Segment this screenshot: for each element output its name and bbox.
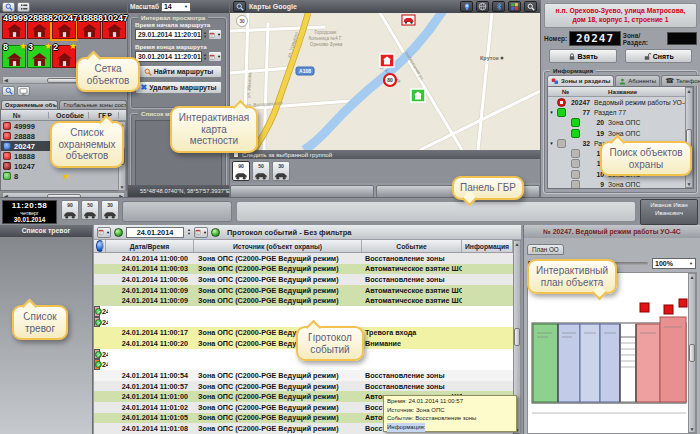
object-list-row[interactable]: 8 ★ (1, 171, 126, 181)
operator-button[interactable]: Иванов Иван Иванович (640, 199, 698, 225)
search-button[interactable] (2, 2, 15, 12)
map-marker-vehicle[interactable] (402, 15, 415, 25)
object-tile[interactable]: 3 ★ (27, 45, 51, 68)
object-number-display[interactable]: 20247 (569, 31, 621, 46)
map-marker-alarm-object[interactable] (380, 54, 394, 67)
event-row[interactable]: ✓ 24.01.2014 11:00:00 Зона ОПС (С2000-PG… (94, 253, 521, 264)
map-marker-armed-object[interactable] (411, 89, 425, 102)
ack-check-icon: ✓ (95, 319, 102, 326)
event-row[interactable]: ✓ 24.01.2014 11:00:09 Зона ОПС (С2000-PG… (94, 296, 521, 307)
gbr-vehicle-button[interactable]: 90 (61, 200, 79, 220)
find-routes-button[interactable]: Найти маршруты (135, 65, 222, 78)
lock-icon (568, 52, 576, 61)
scale-select[interactable]: 14▼ (161, 2, 191, 12)
event-date-input[interactable]: 24.01.2014 (126, 227, 184, 238)
tree-row[interactable]: ▾ 77 Раздел 77 (548, 107, 693, 117)
expander-icon[interactable]: ▾ (548, 109, 555, 115)
end-calendar-button[interactable]: ▼ (208, 51, 222, 62)
filter-calendar-button[interactable]: ▼ (97, 227, 111, 238)
star-icon: ★ (44, 41, 52, 51)
object-tile[interactable]: 10247 ★ (102, 16, 126, 39)
gbr-vehicle-button[interactable]: 90 (232, 161, 250, 181)
tab-phones[interactable]: ☎Телефоны (661, 75, 700, 86)
gbr-vehicle-button[interactable]: 30 (101, 200, 119, 220)
delete-routes-button[interactable]: ✖Удалить маршруты (135, 81, 222, 94)
start-spinner[interactable]: ▲▼ (203, 31, 207, 39)
grid-view-button[interactable] (17, 2, 30, 12)
tree-row[interactable]: 20 Зона ОПС (548, 118, 693, 128)
map-marker-sign-80[interactable]: 80 (384, 74, 396, 86)
pin-button[interactable] (460, 1, 473, 12)
object-address: н.п. Орехово-Зуево, улица Матросова, дом… (544, 3, 697, 28)
globe-button[interactable] (476, 1, 489, 12)
alarm-indicator (640, 303, 649, 312)
object-status-icon (3, 152, 11, 160)
number-label: Номер: (544, 35, 567, 42)
event-row[interactable]: ✓ 24.01.2014 11:00:26 Зона ОПС (С2000-PG… (94, 359, 100, 370)
object-tile[interactable]: 18888 ★ (77, 16, 101, 39)
event-log-title: Протокол событий - Без фильтра (227, 228, 351, 237)
message-field[interactable] (236, 201, 636, 222)
tree-row[interactable]: 9 Зона ОПС (548, 179, 693, 189)
gbr-vehicle-button[interactable]: 30 (272, 161, 290, 181)
start-calendar-button[interactable]: ▼ (208, 29, 222, 40)
object-status-icon (3, 172, 11, 180)
gbr-vehicle-button[interactable]: 50 (81, 200, 99, 220)
event-row[interactable]: ✓ 24.01.2014 11:00:54 Зона ОПС (С2000-PG… (94, 370, 521, 381)
map-search-button[interactable] (233, 1, 246, 12)
tab-guarded-objects[interactable]: Охраняемые объекты (1, 100, 58, 109)
map-panel: Карты Google Городская больница №4 Г. (230, 0, 540, 199)
event-date-spinner[interactable]: ▲▼ (187, 228, 191, 236)
zoom-button[interactable] (524, 1, 537, 12)
end-spinner[interactable]: ▲▼ (203, 53, 207, 61)
event-row[interactable]: ✓ 24.01.2014 11:00:12 Зона ОПС (С2000-PG… (94, 306, 100, 317)
zone-status-icon (571, 159, 580, 168)
object-tile[interactable]: 28888 ★ (27, 16, 51, 39)
scale-label: Масштаб (130, 3, 159, 10)
callout-object-search: Поиск объектов охраны (600, 141, 692, 176)
object-tile[interactable]: 49999 ★ (2, 16, 26, 39)
interactive-map[interactable]: Городская больница №4 Г. Орехово-Зуева К… (230, 13, 540, 150)
coordinates-statusbar: 55°48'48.0740"N, 38°57'57.3937"E (128, 185, 229, 197)
zone-display[interactable] (667, 32, 697, 45)
event-calendar-button[interactable]: ▼ (194, 227, 208, 238)
object-tile[interactable]: 8 ★ (2, 45, 26, 68)
event-row[interactable]: ✓ 24.01.2014 11:00:06 Зона ОПС (С2000-PG… (94, 274, 521, 285)
event-row[interactable]: ✓ 24.01.2014 11:00:09 Зона ОПС (С2000-PG… (94, 285, 521, 296)
go-next-button[interactable] (211, 228, 220, 237)
status-strip: 11:20:58 четверг 30.01.2014 90 50 30 (0, 197, 700, 225)
route-start-input[interactable]: 29.01.2014 11:20:01 (135, 29, 202, 40)
tab-plan-oo[interactable]: План ОО (527, 244, 564, 255)
plan-scale-select[interactable]: 100%▼ (652, 258, 696, 269)
plan-scrollbar[interactable]: ▲▼ (688, 273, 696, 433)
tree-row[interactable]: 20247 Ведомый режим работы УО-4С (548, 97, 693, 107)
panel-view-button[interactable] (17, 86, 30, 96)
route-end-input[interactable]: 30.01.2014 11:20:01 (135, 51, 202, 62)
go-previous-button[interactable] (114, 228, 123, 237)
plan-viewport[interactable]: ▲▼ (527, 272, 697, 434)
arm-disarm-row: Взять Снять (549, 49, 692, 63)
bluetooth-button[interactable] (492, 1, 505, 12)
event-row[interactable]: ✓ 24.01.2014 11:00:14 Зона ОПС (С2000-PG… (94, 317, 100, 328)
object-tile[interactable]: 2 ★ (52, 45, 76, 68)
disarm-button[interactable]: Снять (625, 49, 693, 63)
car-icon (234, 171, 248, 180)
tab-zones-partitions[interactable]: Зоны и разделы (547, 75, 614, 86)
event-row[interactable]: ✓ 24.01.2014 11:00:23 Зона ОПС (С2000-PG… (94, 349, 100, 360)
tab-subscribers[interactable]: Абоненты (615, 75, 660, 86)
gbr-vehicle-button[interactable]: 50 (252, 161, 270, 181)
event-log-toolbar: ▼ 24.01.2014 ▲▼ ▼ Протокол событий - Без… (94, 225, 521, 240)
ack-check-icon: ✓ (95, 361, 102, 368)
expander-icon[interactable]: ▾ (548, 140, 555, 146)
event-row[interactable]: ✓ 24.01.2014 11:00:57 Зона ОПС (С2000-PG… (94, 381, 521, 392)
map-layers-button[interactable] (508, 1, 521, 12)
arm-button[interactable]: Взять (549, 49, 617, 63)
object-tile[interactable]: 20247 ★ (52, 16, 76, 39)
tab-global-zones[interactable]: Глобальные зоны состояний (59, 100, 127, 109)
tree-row[interactable]: 19 Зона ОПС (548, 128, 693, 138)
map-toolbar: Карты Google (230, 0, 540, 13)
car-icon (63, 210, 77, 219)
search-button[interactable] (2, 86, 15, 96)
event-row[interactable]: ✓ 24.01.2014 11:00:03 Зона ОПС (С2000-PG… (94, 264, 521, 275)
info-icon (96, 240, 104, 252)
